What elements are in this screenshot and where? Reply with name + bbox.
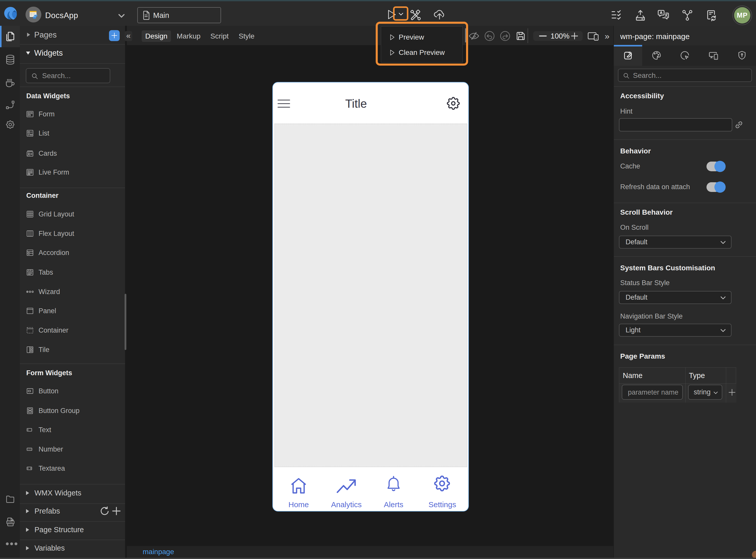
svg-text:LOG: LOG [8,521,13,523]
svg-text:1 2 3: 1 2 3 [27,448,31,450]
